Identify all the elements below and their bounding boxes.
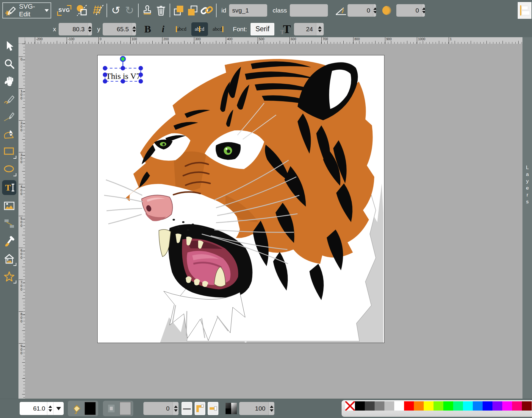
make-link-button[interactable] (199, 3, 214, 18)
document-properties-button[interactable] (75, 3, 89, 18)
line-icon (3, 110, 16, 123)
blur-spinner[interactable] (422, 4, 425, 17)
text-anchor-end-button[interactable]: abcd (210, 22, 226, 36)
svg-canvas[interactable]: This is V7 (97, 55, 384, 343)
palette-swatch[interactable] (502, 401, 512, 411)
text-anchor-start-button[interactable]: abcd (173, 22, 190, 36)
x-spinner[interactable] (88, 23, 92, 35)
flyout-corner-icon (13, 156, 16, 159)
stroke-width-input[interactable] (143, 402, 173, 415)
star-tool-button[interactable] (3, 270, 16, 283)
align-button[interactable] (518, 2, 531, 19)
connector-tool-button[interactable] (3, 217, 16, 230)
stroke-width-spinner[interactable] (173, 402, 179, 415)
bold-button[interactable]: B (144, 24, 151, 35)
ellipse-tool-button[interactable] (3, 163, 16, 176)
trash-icon (154, 4, 168, 17)
palette-swatch[interactable] (424, 401, 434, 411)
palette-swatch[interactable] (434, 401, 443, 411)
palette-swatch[interactable] (443, 401, 453, 411)
horizontal-ruler: -200 -100 0 100 200 300 400 500 600 700 … (25, 37, 522, 44)
palette-swatch[interactable] (375, 401, 384, 411)
delete-button[interactable] (154, 3, 168, 18)
element-id-input[interactable] (229, 4, 258, 17)
eyedropper-tool-button[interactable] (3, 235, 16, 248)
pen-path-icon (3, 127, 16, 141)
layers-panel-toggle[interactable]: Layers (522, 37, 532, 399)
stroke-linejoin-button[interactable] (195, 402, 205, 415)
align-left-icon (520, 5, 521, 15)
canvas-scroll-area[interactable]: This is V7 (25, 44, 522, 399)
font-size-input[interactable] (294, 23, 316, 35)
palette-swatch[interactable] (453, 401, 463, 411)
move-to-top-button[interactable] (172, 3, 186, 18)
main-menu-button[interactable]: SVG-Edit (2, 2, 51, 18)
flyout-corner-icon (13, 263, 16, 266)
zoom-dropdown-button[interactable] (53, 402, 64, 415)
text-tool-button[interactable]: T (2, 180, 16, 195)
fill-color-swatch[interactable] (85, 402, 96, 415)
undo-icon: ↺ (111, 5, 120, 16)
svg-source-icon: SVG (57, 4, 72, 16)
rect-tool-button[interactable] (3, 145, 16, 158)
editor-preferences-button[interactable] (91, 3, 105, 18)
rotate-handle[interactable] (121, 57, 125, 61)
font-size-spinner[interactable] (316, 23, 323, 35)
undo-button[interactable]: ↺ (109, 3, 123, 18)
y-spinner[interactable] (132, 23, 136, 35)
stroke-linecap-button[interactable] (208, 402, 218, 415)
palette-swatch-none[interactable] (345, 401, 355, 411)
angle-input[interactable] (348, 4, 373, 17)
ruler-tick-label: 800 (353, 37, 360, 44)
ruler-tick-label: 400 (19, 184, 23, 196)
stroke-dash-button[interactable]: — (181, 402, 192, 415)
y-coordinate-input[interactable] (103, 23, 132, 35)
zoom-tool-button[interactable] (3, 57, 16, 70)
palette-swatch[interactable] (384, 401, 394, 411)
opacity-input[interactable] (239, 402, 268, 415)
palette-swatch[interactable] (492, 401, 502, 411)
redo-button[interactable]: ↻ (123, 3, 136, 18)
blur-input[interactable] (396, 4, 422, 17)
palette-swatch[interactable] (365, 401, 375, 411)
palette-swatch[interactable] (404, 401, 414, 411)
palette-swatch[interactable] (355, 401, 365, 411)
palette-swatch[interactable] (522, 401, 532, 411)
zoom-input[interactable] (20, 402, 47, 415)
stroke-width-field (143, 402, 179, 415)
blur-field (396, 4, 425, 17)
x-coordinate-input[interactable] (59, 23, 88, 35)
magnifier-icon (3, 58, 15, 70)
clone-button[interactable] (140, 3, 154, 18)
source-editor-button[interactable]: SVG (57, 3, 72, 18)
ruler-tick-label: 1 (449, 37, 452, 44)
ruler-tick-label: -200 (35, 37, 43, 44)
palette-swatch[interactable] (483, 401, 492, 411)
path-tool-button[interactable] (3, 127, 16, 141)
italic-button[interactable]: i (162, 24, 165, 35)
opacity-icon (226, 403, 237, 414)
stroke-color-swatch[interactable] (120, 402, 131, 415)
ruler-tick-label: -100 (67, 37, 74, 44)
ruler-tick-label: 300 (19, 152, 23, 164)
palette-swatch[interactable] (394, 401, 404, 411)
move-to-bottom-button[interactable] (186, 3, 199, 18)
line-tool-button[interactable] (3, 110, 16, 123)
angle-spinner[interactable] (373, 4, 376, 17)
select-tool-button[interactable] (3, 40, 16, 53)
zoom-spinner[interactable] (47, 402, 53, 415)
palette-swatch[interactable] (414, 401, 424, 411)
pencil-tool-button[interactable] (3, 92, 16, 105)
palette-swatch[interactable] (473, 401, 483, 411)
text-anchor-middle-button[interactable]: abcd (191, 22, 208, 36)
palette-swatch[interactable] (512, 401, 522, 411)
element-class-input[interactable] (290, 4, 319, 17)
opacity-spinner[interactable] (268, 402, 274, 415)
image-tool-button[interactable] (3, 199, 16, 213)
shape-library-button[interactable] (3, 252, 16, 265)
id-label: id (221, 7, 226, 14)
font-family-button[interactable]: Serif (251, 23, 274, 35)
pan-tool-button[interactable] (3, 75, 16, 88)
connector-icon (3, 218, 16, 230)
palette-swatch[interactable] (463, 401, 473, 411)
